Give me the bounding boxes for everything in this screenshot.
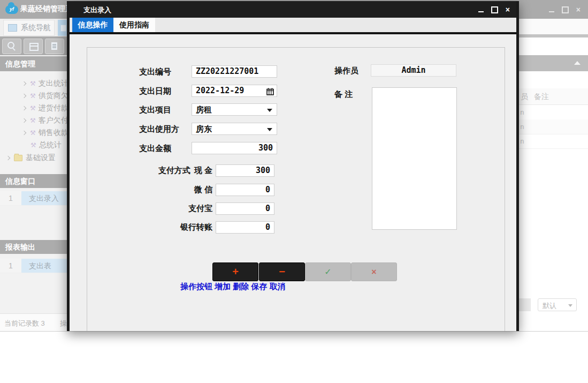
- label-payment-alipay: 支付宝: [123, 204, 212, 214]
- background-right-panel: 员 备注 n n n 默认: [519, 19, 588, 331]
- delete-button[interactable]: −: [259, 262, 305, 281]
- chevron-right-icon: [22, 81, 26, 85]
- chevron-right-icon: [6, 155, 10, 160]
- add-button[interactable]: +: [212, 262, 258, 281]
- table-row[interactable]: n: [519, 105, 588, 120]
- app-tabstrip: 系统导航: [0, 19, 67, 36]
- chevron-right-icon: [22, 106, 26, 110]
- label-operator: 操作员: [334, 66, 358, 76]
- table-row[interactable]: n: [519, 119, 588, 134]
- status-bar: 当前记录数 3 操: [0, 313, 67, 331]
- table-icon: [29, 43, 39, 51]
- default-dropdown[interactable]: 默认: [538, 298, 577, 311]
- table-row[interactable]: n: [519, 134, 588, 149]
- sidebar-header-reports: 报表输出: [0, 240, 67, 254]
- cash-input[interactable]: 300: [216, 164, 274, 177]
- restore-icon[interactable]: [562, 6, 569, 13]
- column-remark: 备注: [534, 92, 549, 102]
- minimize-icon[interactable]: [478, 11, 484, 12]
- app-toolbar: [0, 36, 67, 55]
- report-list-item-expense-table[interactable]: 1 支出表: [0, 259, 67, 273]
- label-expense-no: 支出编号: [139, 67, 171, 77]
- buttons-caption: 操作按钮 增加 删除 保存 取消: [180, 282, 286, 292]
- dialog-tabstrip: 信息操作 使用指南: [70, 18, 516, 32]
- folder-icon: [14, 155, 22, 161]
- close-icon[interactable]: ×: [576, 6, 581, 13]
- label-expense-user: 支出使用方: [139, 124, 179, 134]
- close-icon[interactable]: ×: [506, 6, 510, 13]
- operator-field: Admin: [371, 64, 456, 77]
- label-payment-wechat: 微 信: [123, 185, 212, 195]
- document-icon: [51, 42, 57, 50]
- sidebar-header-info: 信息管理: [0, 56, 67, 71]
- expense-amount-input[interactable]: 300: [192, 142, 277, 154]
- hidden-button-partial[interactable]: [519, 298, 531, 311]
- remark-textarea[interactable]: [372, 87, 457, 230]
- chevron-down-icon: [267, 109, 272, 112]
- label-remark: 备 注: [334, 89, 353, 100]
- expense-no-input[interactable]: ZZ20221227001: [192, 65, 277, 78]
- chevron-down-icon: [568, 304, 572, 307]
- cancel-button[interactable]: ×: [351, 262, 397, 281]
- wand-icon: ⚒: [30, 92, 36, 100]
- expense-date-input[interactable]: 2022-12-29: [192, 85, 277, 97]
- tab-system-nav[interactable]: 系统导航: [3, 20, 55, 36]
- wand-icon: ⚒: [30, 117, 36, 124]
- search-icon: [7, 42, 14, 49]
- wand-icon: ⚒: [30, 80, 36, 87]
- wand-icon: ⚒: [30, 104, 36, 112]
- expense-user-select[interactable]: 房东: [192, 123, 277, 135]
- minimize-icon[interactable]: [549, 11, 554, 12]
- window-list-item-expense-entry[interactable]: 1 支出录入: [0, 191, 67, 206]
- alipay-input[interactable]: 0: [216, 202, 274, 215]
- document-icon: [60, 25, 66, 32]
- screen: yf 果蔬经销管理系 × 系统导航: [0, 0, 588, 383]
- column-operator-partial: 员: [521, 92, 528, 102]
- chevron-right-icon: [22, 130, 26, 134]
- tab-info-operation[interactable]: 信息操作: [72, 18, 113, 32]
- label-expense-amount: 支出金额: [139, 144, 171, 154]
- wand-icon: ⚒: [30, 141, 36, 149]
- section-collapse-bar: [519, 55, 588, 71]
- maximize-icon[interactable]: [491, 6, 498, 13]
- expense-item-select[interactable]: 房租: [192, 103, 277, 116]
- label-payment-cash: 支付方式现 金: [123, 166, 212, 176]
- dialog-body: 支出编号 ZZ20221227001 支出日期 2022-12-29 支出项目: [70, 34, 516, 331]
- tab-user-guide[interactable]: 使用指南: [113, 18, 155, 32]
- chevron-down-icon: [267, 128, 272, 131]
- label-payment-bank: 银行转账: [123, 222, 212, 232]
- status-fragment: 操: [60, 319, 67, 328]
- dialog-window-controls: ×: [478, 6, 510, 13]
- sidebar-header-windows: 信息窗口: [0, 174, 67, 188]
- chevron-right-icon: [22, 93, 26, 97]
- app-logo-icon: yf: [5, 5, 18, 14]
- expense-entry-dialog: 支出录入 × 信息操作 使用指南 支出编号 ZZ20221227001 支出日期…: [67, 1, 519, 331]
- collapse-up-icon[interactable]: [574, 61, 581, 65]
- tab-active-partial[interactable]: [58, 20, 67, 36]
- app-window-controls: ×: [549, 6, 581, 13]
- save-button[interactable]: ✓: [305, 262, 351, 281]
- app-title: 果蔬经销管理系: [20, 4, 68, 14]
- label-expense-item: 支出项目: [139, 105, 171, 115]
- wand-icon: ⚒: [30, 129, 36, 137]
- dialog-titlebar: 支出录入 ×: [70, 1, 516, 18]
- record-count: 当前记录数 3: [4, 319, 45, 328]
- bank-transfer-input[interactable]: 0: [216, 221, 274, 234]
- window-icon: [8, 24, 17, 32]
- document-button[interactable]: [45, 39, 64, 54]
- wechat-input[interactable]: 0: [216, 184, 274, 196]
- dialog-title: 支出录入: [83, 5, 111, 15]
- search-button[interactable]: [2, 39, 21, 54]
- table-view-button[interactable]: [24, 39, 43, 54]
- chevron-right-icon: [22, 118, 26, 122]
- label-expense-date: 支出日期: [139, 86, 171, 96]
- calendar-icon[interactable]: [266, 87, 274, 99]
- table-header: 员 备注: [519, 88, 588, 105]
- tree-item-basic-settings[interactable]: 基础设置: [0, 152, 73, 164]
